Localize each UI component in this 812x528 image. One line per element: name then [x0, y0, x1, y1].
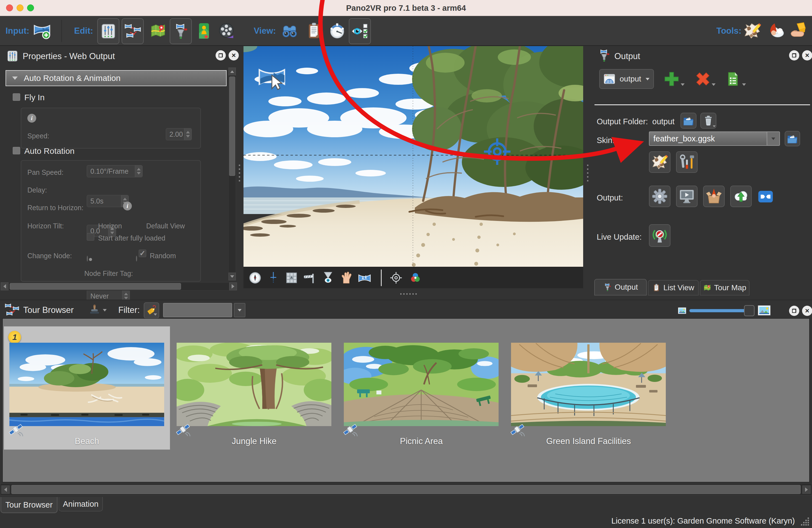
- properties-vertical-scrollbar[interactable]: [228, 67, 236, 281]
- find-button[interactable]: [281, 22, 299, 40]
- scroll-left-button[interactable]: [1, 283, 9, 290]
- info-icon[interactable]: i: [123, 201, 132, 210]
- tour-node-tile-picnic-area[interactable]: Picnic Area: [338, 327, 504, 450]
- connect-plugin-icon[interactable]: [758, 189, 773, 205]
- generate-output-button[interactable]: [676, 185, 698, 207]
- output-format-selector[interactable]: output: [599, 69, 654, 89]
- start-after-loaded-checkbox[interactable]: [87, 233, 94, 241]
- float-panel-button[interactable]: [789, 50, 799, 60]
- scroll-right-button[interactable]: [229, 283, 237, 290]
- package-output-button[interactable]: [703, 185, 725, 207]
- output-panel-toggle-button[interactable]: [170, 18, 192, 44]
- tour-browser-horizontal-scrollbar[interactable]: [0, 483, 812, 495]
- set-default-view-button[interactable]: [389, 271, 403, 284]
- delete-output-button[interactable]: [695, 71, 711, 87]
- browse-skin-button[interactable]: [785, 131, 800, 146]
- tour-node-tile-green-island[interactable]: Green Island Facilities: [506, 327, 671, 450]
- stamp-tool-button[interactable]: [88, 304, 101, 316]
- tag-dropdown-arrow[interactable]: [154, 314, 157, 316]
- compass-mode-button[interactable]: [248, 271, 262, 284]
- time-gauge-button[interactable]: [328, 22, 346, 40]
- scroll-thumb[interactable]: [10, 283, 181, 290]
- projection-button[interactable]: [358, 271, 371, 284]
- properties-horizontal-scrollbar[interactable]: [1, 282, 237, 290]
- scroll-up-button[interactable]: [229, 67, 236, 75]
- skin-combobox[interactable]: feather_box.ggsk: [649, 132, 780, 146]
- random-checkbox[interactable]: ✓: [139, 250, 146, 257]
- close-panel-button[interactable]: ×: [802, 50, 812, 60]
- live-update-toggle-button[interactable]: [649, 224, 670, 247]
- add-output-button[interactable]: [663, 71, 680, 87]
- delay-field[interactable]: 5.0s: [87, 195, 129, 207]
- scroll-thumb[interactable]: [11, 485, 801, 494]
- edit-skin-button[interactable]: [649, 151, 670, 173]
- skin-configuration-button[interactable]: [676, 151, 698, 173]
- auto-rotation-checkbox[interactable]: [13, 147, 20, 154]
- output-settings-button[interactable]: [649, 185, 670, 207]
- thumbnail-size-slider[interactable]: [689, 309, 751, 312]
- upload-output-button[interactable]: [730, 185, 752, 207]
- speed-field[interactable]: 2.00: [166, 128, 192, 140]
- close-panel-button[interactable]: ×: [229, 50, 239, 60]
- color-adjust-button[interactable]: [409, 271, 422, 284]
- info-icon[interactable]: i: [27, 114, 36, 123]
- tab-animation[interactable]: Animation: [59, 497, 103, 511]
- scroll-thumb[interactable]: [229, 76, 235, 176]
- scroll-down-button[interactable]: [229, 273, 236, 280]
- fov-tool-button[interactable]: [321, 271, 335, 284]
- left-splitter-handle[interactable]: [239, 165, 240, 181]
- tab-list-view[interactable]: List View: [648, 280, 699, 296]
- browse-output-folder-button[interactable]: [680, 113, 696, 129]
- scroll-left-button[interactable]: [1, 485, 10, 494]
- tab-tour-map[interactable]: Tour Map: [700, 280, 750, 296]
- skin-editor-button[interactable]: [743, 22, 761, 40]
- node-thumbnail[interactable]: [10, 343, 164, 426]
- tour-browser-toggle-button[interactable]: [121, 18, 144, 44]
- viewer-settings-toggle-button[interactable]: [349, 18, 371, 44]
- publish-package-button[interactable]: [789, 22, 807, 40]
- grid-tool-button[interactable]: [285, 271, 298, 284]
- pan-mode-button[interactable]: [340, 271, 353, 284]
- delete-output-dropdown-arrow[interactable]: [712, 84, 715, 86]
- report-dropdown-arrow[interactable]: [742, 84, 746, 86]
- node-thumbnail[interactable]: [344, 343, 498, 426]
- close-panel-button[interactable]: ×: [802, 306, 812, 316]
- filter-dropdown-button[interactable]: [234, 303, 245, 317]
- horizontal-splitter-handle[interactable]: [400, 293, 417, 295]
- tour-node-tile-jungle-hike[interactable]: Jungle Hike: [171, 327, 337, 450]
- tour-map-button[interactable]: [149, 22, 167, 40]
- video-output-button[interactable]: [218, 22, 235, 40]
- float-panel-button[interactable]: [216, 50, 226, 60]
- add-panorama-button[interactable]: [33, 22, 51, 40]
- tab-tour-browser[interactable]: Tour Browser: [1, 497, 57, 513]
- tab-output[interactable]: Output: [594, 279, 647, 296]
- pan-speed-field[interactable]: 0.10°/Frame: [87, 165, 143, 177]
- gg-cloud-button[interactable]: [767, 22, 784, 40]
- list-view-button[interactable]: [305, 22, 323, 40]
- add-output-dropdown-arrow[interactable]: [681, 84, 685, 86]
- pan-speed-spinner[interactable]: [135, 165, 142, 177]
- horizon-radio[interactable]: [87, 256, 88, 261]
- node-thumbnail[interactable]: [177, 343, 331, 426]
- output-report-button[interactable]: [725, 71, 741, 87]
- section-auto-rotation-header[interactable]: Auto Rotation & Animation: [5, 70, 227, 86]
- panorama-viewport[interactable]: [244, 46, 583, 267]
- right-splitter-handle[interactable]: [587, 165, 589, 181]
- filter-tag-button[interactable]: [144, 302, 159, 318]
- street-view-button[interactable]: [195, 22, 213, 40]
- speed-spinner[interactable]: [184, 129, 191, 140]
- limits-tool-button[interactable]: [303, 271, 317, 284]
- filter-input[interactable]: [163, 303, 232, 317]
- properties-panel-toggle-button[interactable]: [97, 18, 119, 44]
- tilt-tool-button[interactable]: [267, 271, 280, 284]
- tour-node-tile-beach[interactable]: 1 Beach: [4, 327, 170, 450]
- node-thumbnail[interactable]: [511, 343, 666, 426]
- thumbnail-size-slider-handle[interactable]: [744, 305, 755, 316]
- stamp-dropdown-arrow[interactable]: [103, 309, 107, 312]
- float-panel-button[interactable]: [789, 306, 799, 316]
- scroll-right-button[interactable]: [802, 485, 811, 494]
- skin-dropdown-arrow-zone[interactable]: [767, 132, 779, 145]
- resize-grip[interactable]: [800, 517, 810, 526]
- clean-dropdown-arrow[interactable]: [713, 125, 715, 127]
- default-view-radio[interactable]: [136, 256, 137, 261]
